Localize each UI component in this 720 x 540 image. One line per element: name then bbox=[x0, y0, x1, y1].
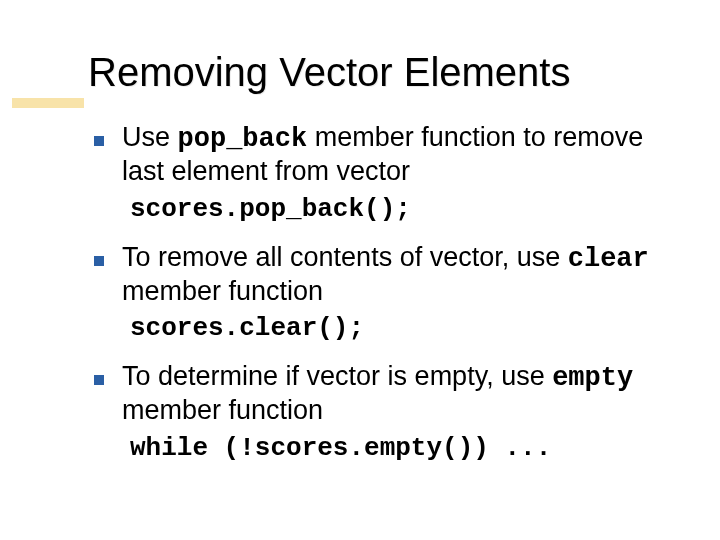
list-item: Use pop_back member function to remove l… bbox=[90, 122, 660, 188]
code-line: while (!scores.empty()) ... bbox=[130, 433, 660, 463]
keyword: empty bbox=[552, 363, 633, 393]
bullet-list: To remove all contents of vector, use cl… bbox=[90, 242, 660, 308]
list-item: To remove all contents of vector, use cl… bbox=[90, 242, 660, 308]
keyword: clear bbox=[568, 244, 649, 274]
bullet-text-post: member function bbox=[122, 395, 323, 425]
bullet-text-post: member function bbox=[122, 276, 323, 306]
code-line: scores.clear(); bbox=[130, 313, 660, 343]
bullet-text-pre: Use bbox=[122, 122, 178, 152]
slide: Removing Vector Elements Use pop_back me… bbox=[0, 0, 720, 540]
code-line: scores.pop_back(); bbox=[130, 194, 660, 224]
bullet-list: Use pop_back member function to remove l… bbox=[90, 122, 660, 188]
page-title: Removing Vector Elements bbox=[88, 50, 660, 94]
keyword: pop_back bbox=[178, 124, 308, 154]
accent-bar bbox=[12, 98, 84, 108]
bullet-text-pre: To remove all contents of vector, use bbox=[122, 242, 568, 272]
bullet-text-pre: To determine if vector is empty, use bbox=[122, 361, 552, 391]
bullet-list: To determine if vector is empty, use emp… bbox=[90, 361, 660, 427]
list-item: To determine if vector is empty, use emp… bbox=[90, 361, 660, 427]
